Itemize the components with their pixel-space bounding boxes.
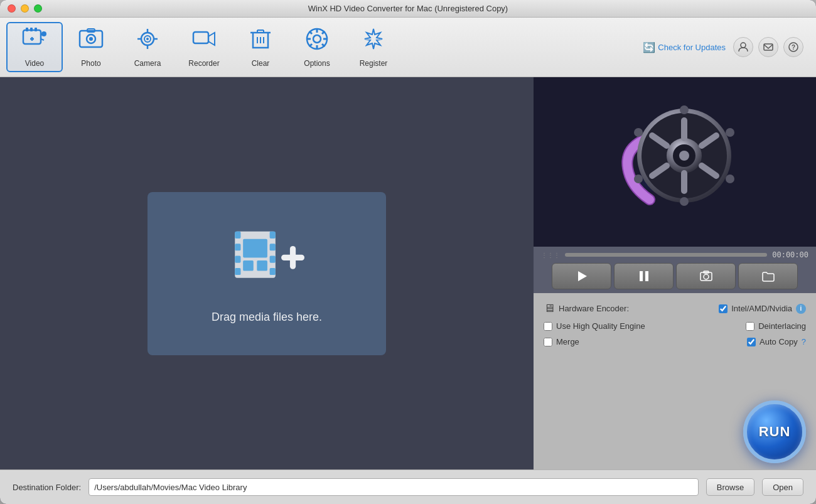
progress-track[interactable] <box>565 253 767 257</box>
play-button[interactable] <box>552 263 611 289</box>
auto-copy-checkbox-input[interactable] <box>747 338 756 346</box>
svg-point-73 <box>634 174 643 183</box>
screenshot-button[interactable] <box>676 263 736 289</box>
info-icon[interactable]: i <box>796 304 806 314</box>
photo-label: Photo <box>81 59 100 68</box>
user-icon-button[interactable] <box>733 37 753 57</box>
camera-icon <box>135 26 160 55</box>
svg-point-69 <box>680 105 689 114</box>
high-quality-label: Use High Quality Engine <box>556 321 645 331</box>
preview-image <box>612 99 738 225</box>
svg-point-70 <box>680 197 689 206</box>
svg-point-39 <box>741 43 746 48</box>
intel-amd-label: Intel/AMD/Nvidia <box>731 304 792 313</box>
merge-row: Merge Auto Copy ? <box>544 337 806 346</box>
svg-point-15 <box>146 38 149 40</box>
merge-label: Merge <box>556 337 579 346</box>
video-label: Video <box>25 59 44 68</box>
action-icons: ? <box>733 37 803 57</box>
svg-rect-53 <box>243 260 254 271</box>
check-updates-link[interactable]: 🔄 Check for Updates <box>643 41 726 53</box>
browse-button[interactable]: Browse <box>706 478 754 496</box>
svg-rect-77 <box>645 271 648 281</box>
high-quality-checkbox[interactable]: Use High Quality Engine <box>544 321 645 331</box>
svg-rect-20 <box>193 32 208 43</box>
svg-rect-54 <box>257 260 267 271</box>
recorder-icon <box>191 26 217 55</box>
svg-point-62 <box>679 151 689 161</box>
toolbar-item-photo[interactable]: Photo <box>63 22 119 72</box>
intel-amd-checkbox-input[interactable] <box>719 304 727 313</box>
dest-path-input[interactable] <box>89 478 699 496</box>
mail-icon-button[interactable] <box>758 37 778 57</box>
merge-checkbox-input[interactable] <box>544 338 552 346</box>
help-icon-button[interactable]: ? <box>783 37 803 57</box>
toolbar-item-camera[interactable]: Camera <box>119 22 176 72</box>
svg-point-11 <box>89 37 93 41</box>
toolbar-item-video[interactable]: Video <box>6 22 63 72</box>
svg-rect-3 <box>35 28 37 31</box>
run-button[interactable]: RUN <box>743 400 806 463</box>
merge-checkbox[interactable]: Merge <box>544 337 579 346</box>
toolbar-item-recorder[interactable]: Recorder <box>176 22 232 72</box>
deinterlacing-label: Deinterlacing <box>758 321 806 331</box>
svg-point-71 <box>634 128 643 137</box>
window-controls <box>8 4 42 13</box>
refresh-icon: 🔄 <box>643 41 655 53</box>
right-panel: ⋮⋮⋮ 00:00:00 <box>534 77 816 469</box>
auto-copy-label: Auto Copy <box>760 337 798 346</box>
deinterlacing-checkbox[interactable]: Deinterlacing <box>746 321 806 331</box>
folder-button[interactable] <box>738 263 798 289</box>
recorder-label: Recorder <box>188 59 219 68</box>
intel-amd-nvidia-checkbox[interactable]: Intel/AMD/Nvidia <box>719 304 792 313</box>
preview-area <box>534 77 816 247</box>
run-area: RUN <box>534 394 816 469</box>
svg-point-79 <box>704 274 709 279</box>
close-button[interactable] <box>8 4 16 13</box>
playback-bar: ⋮⋮⋮ 00:00:00 <box>534 247 816 293</box>
main-window: WinX HD Video Converter for Mac (Unregis… <box>0 0 816 504</box>
dest-folder-label: Destination Folder: <box>13 483 81 492</box>
svg-point-30 <box>313 35 321 43</box>
time-display: 00:00:00 <box>772 250 808 259</box>
svg-rect-76 <box>640 271 643 281</box>
svg-point-72 <box>726 128 734 137</box>
svg-marker-75 <box>578 271 587 281</box>
pause-button[interactable] <box>614 263 674 289</box>
titlebar: WinX HD Video Converter for Mac (Unregis… <box>0 0 816 18</box>
svg-line-35 <box>309 31 312 34</box>
options-label: Options <box>304 59 330 68</box>
check-updates-label: Check for Updates <box>658 43 726 52</box>
minimize-button[interactable] <box>21 4 29 13</box>
svg-marker-21 <box>208 33 215 45</box>
toolbar-item-register[interactable]: Register <box>345 22 402 72</box>
window-title: WinX HD Video Converter for Mac (Unregis… <box>308 4 508 13</box>
bottom-bar: Destination Folder: Browse Open <box>0 469 816 504</box>
auto-copy-help[interactable]: ? <box>802 337 806 346</box>
svg-rect-1 <box>26 28 28 31</box>
drop-zone[interactable]: Drag media files here. <box>148 192 386 355</box>
deinterlacing-checkbox-input[interactable] <box>746 322 754 331</box>
camera-label: Camera <box>134 59 161 68</box>
drop-zone-text: Drag media files here. <box>212 311 322 324</box>
svg-rect-47 <box>235 268 240 275</box>
hw-encoder-right: Intel/AMD/Nvidia i <box>719 304 806 314</box>
high-quality-checkbox-input[interactable] <box>544 322 552 331</box>
clear-label: Clear <box>252 59 270 68</box>
maximize-button[interactable] <box>34 4 42 13</box>
playback-buttons <box>541 263 808 289</box>
auto-copy-checkbox[interactable]: Auto Copy ? <box>747 337 806 346</box>
open-button[interactable]: Open <box>762 478 803 496</box>
toolbar-item-options[interactable]: Options <box>289 22 345 72</box>
video-icon <box>22 26 47 55</box>
svg-rect-40 <box>764 44 773 50</box>
svg-rect-46 <box>235 256 240 263</box>
main-content: Drag media files here. <box>0 77 816 469</box>
register-label: Register <box>360 59 388 68</box>
svg-line-37 <box>322 31 325 34</box>
options-icon <box>304 26 330 55</box>
svg-text:?: ? <box>792 44 795 51</box>
toolbar-item-clear[interactable]: Clear <box>232 22 289 72</box>
options-panel: 🖥 Hardware Encoder: Intel/AMD/Nvidia i <box>534 293 816 394</box>
svg-rect-50 <box>270 256 276 263</box>
